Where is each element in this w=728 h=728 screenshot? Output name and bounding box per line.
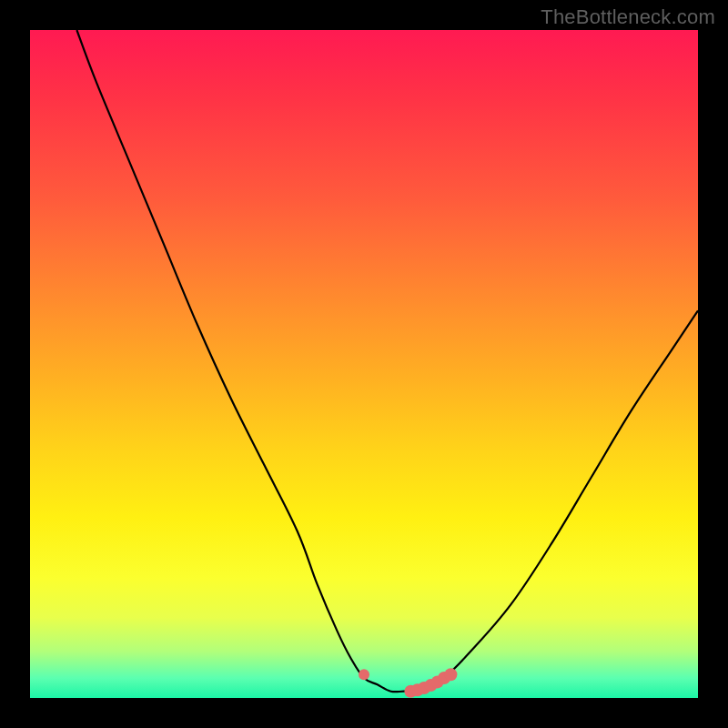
plot-area (30, 30, 698, 698)
watermark-text: TheBottleneck.com (541, 5, 715, 29)
highlight-dot (359, 669, 369, 680)
bottleneck-curve-path (76, 30, 698, 692)
chart-svg (30, 30, 698, 698)
chart-frame: TheBottleneck.com (0, 0, 728, 728)
highlight-dot (444, 668, 457, 681)
